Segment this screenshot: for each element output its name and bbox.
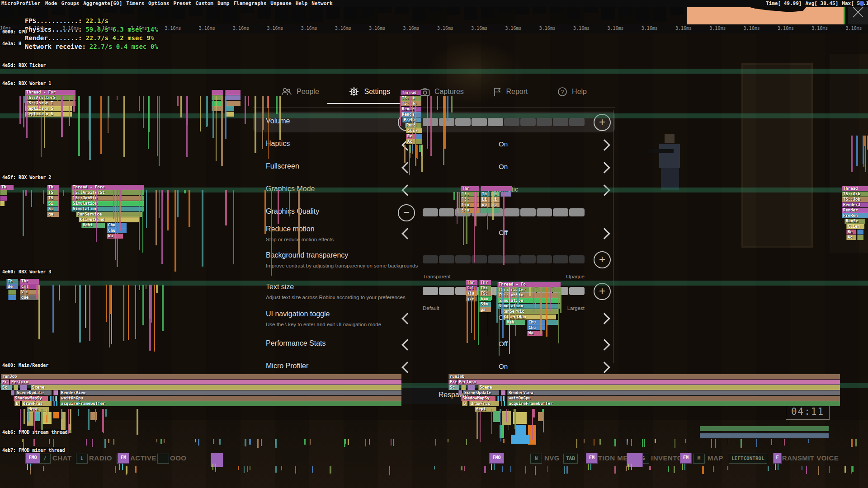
flame-spike: [180, 96, 182, 117]
flame-spike: [298, 190, 300, 254]
menu-item-unpause[interactable]: Unpause: [270, 0, 291, 7]
flame-spike: [400, 96, 401, 126]
flame-spike: [851, 466, 852, 474]
flame-spike: [92, 439, 93, 447]
flame-spike: [162, 285, 164, 331]
flame-spike: [855, 439, 856, 446]
flame-block: [225, 112, 234, 117]
flame-spike: [160, 439, 162, 444]
flame-spike: [330, 466, 331, 474]
flame-spike: [491, 409, 492, 434]
flame-spike: [261, 439, 262, 446]
menu-item-custom[interactable]: Custom: [195, 0, 213, 7]
flame-spike: [148, 96, 149, 149]
flame-spike: [139, 285, 140, 290]
flame-spike: [310, 439, 311, 445]
flame-spike: [851, 439, 853, 447]
flame-block: [56, 401, 57, 406]
flame-spike: [102, 409, 103, 432]
skyline-silhouette: [601, 7, 615, 20]
flame-spike: [459, 192, 460, 210]
flame-spike: [685, 439, 686, 443]
flame-spike: [177, 96, 179, 106]
flame-spike: [143, 96, 144, 128]
flame-spike: [157, 96, 158, 156]
flame-block: ga: [47, 212, 59, 217]
fmod-tick: [631, 464, 632, 470]
skyline-silhouette: [481, 7, 495, 18]
flame-spike: [43, 466, 44, 471]
skyline-silhouette: [653, 7, 666, 22]
menu-item-flamegraphs[interactable]: Flamegraphs: [233, 0, 266, 7]
flame-block: TS::ArbiterS: [25, 95, 75, 100]
flame-block: Sc: [1, 385, 12, 390]
flame-spike: [540, 287, 542, 334]
flame-spike: [159, 96, 160, 166]
menu-item-dump[interactable]: Dump: [217, 0, 230, 7]
flame-block: Thread - Fore: [71, 185, 144, 190]
skyline-silhouette: [137, 7, 151, 13]
skyline-silhouette: [429, 7, 443, 12]
fmod-tick: [588, 464, 589, 470]
flame-spike: [70, 409, 71, 430]
flame-spike: [73, 96, 75, 112]
flame-block: [504, 401, 505, 406]
menu-item-options[interactable]: Options: [148, 0, 169, 7]
fmod-event-block: FMO: [489, 453, 504, 464]
menu-item-help[interactable]: Help: [296, 0, 308, 7]
menu-item-timers[interactable]: Timers: [126, 0, 144, 7]
menu-item-mode[interactable]: Mode: [45, 0, 57, 7]
flame-block: Si: [47, 201, 59, 206]
menu-item-network[interactable]: Network: [311, 0, 332, 7]
flame-block: Re: [846, 230, 856, 235]
flame-spike: [58, 190, 59, 211]
flame-spike: [784, 439, 785, 446]
flame-spike: [135, 285, 136, 339]
thread-label: 4e3a: H: [1, 41, 23, 47]
flame-block: Ac: [846, 235, 856, 240]
flame-block: TS: [47, 196, 59, 201]
flame-block: Thread: [401, 90, 421, 95]
flame-spike: [24, 409, 25, 424]
flame-block: ga: [479, 307, 491, 312]
skyline-silhouette: [447, 7, 460, 15]
menu-item-groups[interactable]: Groups: [61, 0, 80, 7]
fmod-event-block: FM: [118, 453, 129, 464]
flame-spike: [547, 466, 548, 472]
flame-spike: [534, 409, 535, 418]
flame-block: Thr: [461, 186, 479, 191]
stat-value: 22.7/s 0.4 msec 0%: [90, 43, 158, 50]
skyline-silhouette: [567, 7, 580, 19]
flame-debris: [35, 412, 40, 421]
flame-spike: [584, 439, 585, 443]
thread-label: 0000: GPU: [1, 29, 28, 35]
profiler-dot-icon[interactable]: [859, 1, 864, 6]
fmod-event-block: F: [773, 453, 782, 464]
flame-block: [416, 134, 422, 139]
flame-spike: [57, 96, 58, 105]
flame-spike: [644, 439, 645, 447]
flame-spike: [509, 287, 510, 354]
flame-block: Scene: [31, 385, 401, 390]
flame-spike: [756, 439, 757, 447]
avg-readout: Avg[ 38.45]: [805, 0, 838, 7]
flame-spike: [78, 96, 80, 156]
flame-spike: [275, 439, 277, 448]
flame-spike: [467, 287, 468, 343]
menu-item-aggregate-60[interactable]: Aggregate[60]: [83, 0, 122, 7]
flame-spike: [576, 439, 577, 448]
flame-spike: [728, 439, 729, 444]
menu-item-preset[interactable]: Preset: [173, 0, 191, 7]
flame-block: [0, 196, 7, 201]
flame-spike: [146, 285, 146, 289]
flame-spike: [535, 287, 536, 308]
flame-spike: [200, 96, 201, 131]
flame-spike: [68, 409, 69, 434]
flame-spike: [31, 190, 32, 207]
flame-block: Thr: [479, 280, 491, 285]
flame-spike: [23, 439, 24, 448]
flame-block: waitOnGpu: [507, 396, 840, 401]
flame-spike: [88, 409, 90, 430]
flame-spike: [33, 439, 35, 446]
flame-spike: [106, 285, 107, 322]
